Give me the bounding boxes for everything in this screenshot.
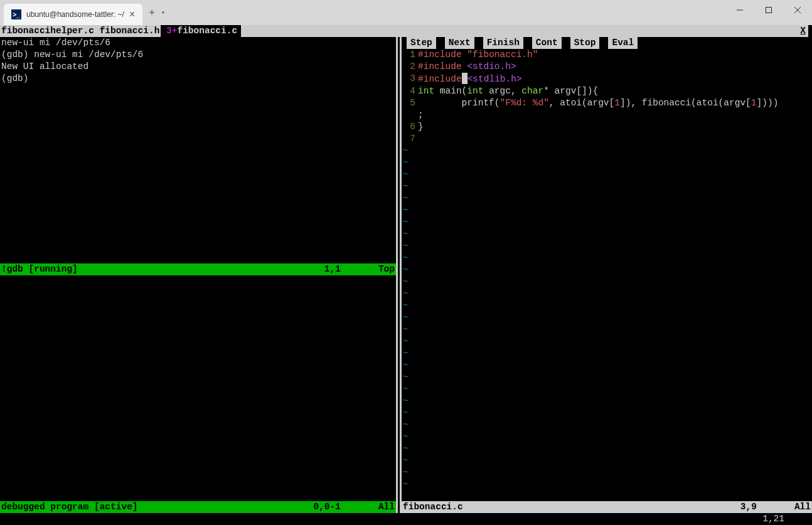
tilde-icon: ~	[403, 431, 409, 443]
tilde-icon: ~	[403, 371, 409, 383]
statusline-pct: All	[794, 501, 811, 513]
empty-line: ~	[403, 371, 812, 383]
terminal-tab[interactable]: >_ ubuntu@handsome-tattler: ~/ ×	[4, 4, 142, 25]
vim-command-line[interactable]: 1,21	[0, 513, 812, 525]
gdb-line: new-ui mi /dev/pts/6	[1, 37, 395, 49]
tilde-icon: ~	[403, 312, 409, 324]
new-tab-button[interactable]: +	[149, 8, 155, 19]
tilde-icon: ~	[403, 240, 409, 252]
empty-line: ~	[403, 324, 812, 336]
tilde-icon: ~	[403, 467, 409, 479]
line-number: 1	[403, 49, 418, 61]
tilde-icon: ~	[403, 359, 409, 371]
debug-step-button[interactable]: Step	[407, 37, 436, 49]
empty-line: ~	[403, 288, 812, 300]
debugged-program-pane[interactable]	[0, 275, 396, 501]
empty-line: ~	[403, 479, 812, 491]
empty-line: ~	[403, 228, 812, 240]
debug-stop-button[interactable]: Stop	[570, 37, 600, 49]
window-controls	[725, 0, 812, 20]
source-line: 2#include <stdio.h>	[403, 61, 812, 73]
source-code-pane[interactable]: 1#include "fibonacci.h"2#include <stdio.…	[402, 49, 812, 501]
debugged-statusline: debugged program [active] 0,0-1 All	[0, 501, 396, 513]
tilde-icon: ~	[403, 479, 409, 491]
tilde-icon: ~	[403, 169, 409, 181]
debug-cont-button[interactable]: Cont	[532, 37, 562, 49]
statusline-pct: Top	[378, 263, 395, 275]
empty-line: ~	[403, 264, 812, 276]
maximize-button[interactable]	[754, 0, 783, 20]
tilde-icon: ~	[403, 300, 409, 312]
gdb-statusline: !gdb [running] 1,1 Top	[0, 263, 396, 275]
line-number	[403, 109, 418, 121]
tilde-icon: ~	[403, 395, 409, 407]
debug-eval-button[interactable]: Eval	[608, 37, 638, 49]
tilde-icon: ~	[403, 193, 409, 204]
empty-line: ~	[403, 407, 812, 419]
empty-line: ~	[403, 443, 812, 455]
tilde-icon: ~	[403, 347, 409, 359]
source-line: 1#include "fibonacci.h"	[403, 49, 812, 61]
empty-line: ~	[403, 431, 812, 443]
terminal-body: fibonaccihelper.c fibonacci.h 3+ fibonac…	[0, 25, 812, 525]
empty-line: ~	[403, 467, 812, 479]
empty-line: ~	[403, 204, 812, 216]
source-statusline: fibonacci.c 3,9 All	[402, 501, 812, 513]
vim-tabline-close[interactable]: X	[798, 25, 808, 37]
tilde-icon: ~	[403, 276, 409, 288]
empty-line: ~	[403, 169, 812, 181]
cursor	[462, 73, 467, 84]
source-line: 3#include<stdlib.h>	[403, 73, 812, 85]
source-line: 7	[403, 133, 812, 145]
tilde-icon: ~	[403, 181, 409, 193]
tilde-icon: ~	[403, 336, 409, 347]
vim-modified-marker: 3+	[161, 25, 177, 37]
vim-tabline-fill	[241, 25, 798, 37]
debug-next-button[interactable]: Next	[445, 37, 474, 49]
tilde-icon: ~	[403, 204, 409, 216]
minimize-button[interactable]	[725, 0, 754, 20]
empty-line: ~	[403, 419, 812, 431]
tab-dropdown-icon[interactable]: ▾	[161, 9, 165, 16]
statusline-pos: 1,1	[324, 263, 341, 275]
statusline-pct: All	[378, 501, 395, 513]
gdb-output-pane[interactable]: new-ui mi /dev/pts/6(gdb) new-ui mi /dev…	[0, 37, 396, 263]
tilde-icon: ~	[403, 145, 409, 157]
vim-tab-current[interactable]: fibonacci.c	[177, 25, 237, 37]
statusline-name: debugged program [active]	[1, 501, 138, 513]
empty-line: ~	[403, 455, 812, 467]
empty-line: ~	[403, 252, 812, 264]
line-number: 5	[403, 97, 418, 109]
line-number: 2	[403, 61, 418, 73]
vim-tabline: fibonaccihelper.c fibonacci.h 3+ fibonac…	[0, 25, 812, 37]
line-number: 3	[403, 73, 418, 85]
empty-line: ~	[403, 336, 812, 347]
source-line: ;	[403, 109, 812, 121]
empty-line: ~	[403, 240, 812, 252]
tilde-icon: ~	[403, 443, 409, 455]
tilde-icon: ~	[403, 216, 409, 228]
source-line: 6}	[403, 121, 812, 133]
vertical-split-bar[interactable]	[396, 37, 402, 513]
close-button[interactable]	[783, 0, 812, 20]
powershell-icon: >_	[11, 9, 21, 19]
tilde-icon: ~	[403, 157, 409, 169]
statusline-pos: 0,0-1	[313, 501, 341, 513]
tilde-icon: ~	[403, 252, 409, 264]
empty-line: ~	[403, 359, 812, 371]
debug-toolbar: StepNextFinishContStopEval	[402, 37, 812, 49]
statusline-name: fibonacci.c	[403, 501, 463, 513]
line-number: 6	[403, 121, 418, 133]
empty-line: ~	[403, 157, 812, 169]
empty-line: ~	[403, 300, 812, 312]
tab-close-icon[interactable]: ×	[129, 9, 135, 20]
window-titlebar: >_ ubuntu@handsome-tattler: ~/ × + ▾	[0, 0, 812, 25]
empty-line: ~	[403, 276, 812, 288]
vim-tab-inactive[interactable]: fibonaccihelper.c fibonacci.h	[0, 25, 161, 37]
statusline-name: !gdb [running]	[1, 263, 78, 275]
gdb-line: New UI allocated	[1, 61, 395, 73]
tab-title: ubuntu@handsome-tattler: ~/	[26, 10, 124, 19]
line-number: 7	[403, 133, 418, 145]
debug-finish-button[interactable]: Finish	[483, 37, 523, 49]
statusline-pos: 3,9	[740, 501, 757, 513]
